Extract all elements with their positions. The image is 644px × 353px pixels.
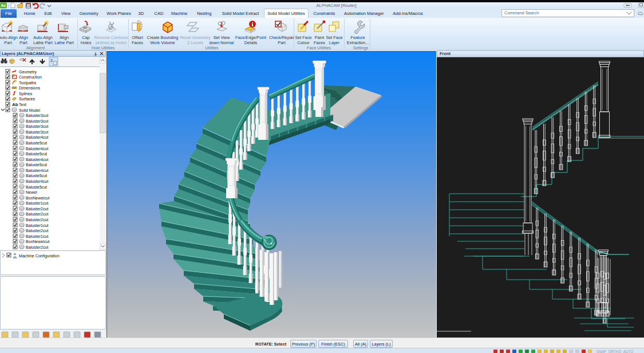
- svg-text:Baluster3cut: Baluster3cut: [26, 130, 48, 135]
- svg-text:Baluster1cut: Baluster1cut: [26, 234, 48, 239]
- svg-text:Newel: Newel: [26, 190, 37, 195]
- svg-text:Dimensions: Dimensions: [19, 86, 41, 91]
- svg-text:Baluster4cut: Baluster4cut: [26, 135, 48, 140]
- svg-text:Text: Text: [19, 103, 26, 107]
- svg-text:Baluster4cut: Baluster4cut: [26, 179, 48, 184]
- svg-text:Baluste5cut: Baluste5cut: [26, 185, 47, 190]
- svg-text:Baluster2cut: Baluster2cut: [26, 212, 48, 217]
- svg-text:Baluste5cut: Baluste5cut: [26, 163, 47, 167]
- svg-text:BoxNewelcut: BoxNewelcut: [26, 196, 49, 201]
- svg-text:Toolpaths: Toolpaths: [19, 81, 37, 85]
- svg-text:Baluster3cut: Baluster3cut: [26, 119, 48, 124]
- svg-text:Splines: Splines: [19, 92, 33, 96]
- svg-text:Ab: Ab: [12, 102, 18, 107]
- svg-text:Baluste5cut: Baluste5cut: [26, 152, 47, 156]
- svg-text:Baluster2cut: Baluster2cut: [26, 229, 48, 233]
- svg-text:Baluster3cut: Baluster3cut: [26, 124, 48, 129]
- svg-text:Ac: Ac: [1, 3, 6, 7]
- svg-text:Baluster2cut: Baluster2cut: [26, 207, 48, 211]
- svg-text:Geometry: Geometry: [19, 70, 37, 74]
- svg-text:Baluster2cut: Baluster2cut: [26, 218, 48, 222]
- svg-text:Baluste5cut: Baluste5cut: [26, 141, 47, 146]
- svg-text:Baluster1cut: Baluster1cut: [26, 201, 48, 206]
- svg-text:Surfaces: Surfaces: [19, 97, 35, 101]
- svg-text:Baluster2cut: Baluster2cut: [26, 245, 48, 250]
- svg-text:BoxNewelcut: BoxNewelcut: [26, 240, 49, 244]
- svg-text:Baluster1cut: Baluster1cut: [26, 223, 48, 228]
- svg-text:Machine Configuration: Machine Configuration: [19, 254, 60, 258]
- svg-text:Baluster4cut: Baluster4cut: [26, 168, 48, 173]
- svg-text:Construction: Construction: [19, 75, 42, 80]
- svg-text:Baluste5cut: Baluste5cut: [26, 174, 47, 178]
- svg-text:Solid Model: Solid Model: [19, 108, 40, 113]
- svg-text:Baluster3cut: Baluster3cut: [26, 113, 48, 118]
- svg-text:2: 2: [50, 58, 53, 62]
- svg-text:Baluster4cut: Baluster4cut: [26, 147, 48, 151]
- svg-text:Baluster4cut: Baluster4cut: [26, 158, 48, 162]
